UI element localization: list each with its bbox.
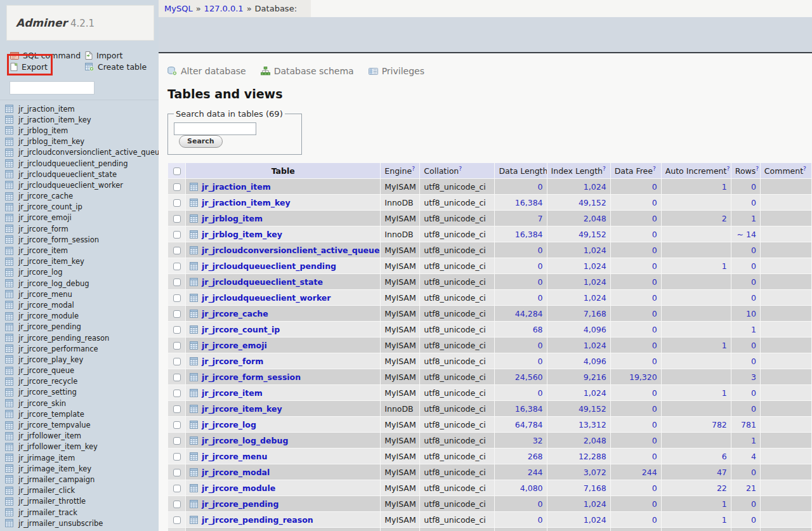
sidebar-item-jr-jrblog-item[interactable]: jr_jrblog_item xyxy=(0,125,159,136)
row-checkbox[interactable] xyxy=(173,358,181,365)
sidebar-item-jr-jrcore-log[interactable]: jr_jrcore_log xyxy=(0,267,159,278)
sidebar-item-jr-jrcore-item[interactable]: jr_jrcore_item xyxy=(0,245,159,256)
sidebar-item-jr-jrcore-pending[interactable]: jr_jrcore_pending xyxy=(0,322,159,332)
row-checkbox[interactable] xyxy=(173,342,181,350)
sidebar-item-jr-jrcore-modal[interactable]: jr_jrcore_modal xyxy=(0,299,159,310)
sidebar-item-jr-jrcore-recycle[interactable]: jr_jrcore_recycle xyxy=(0,376,159,387)
sidebar-item-jr-jraction-item[interactable]: jr_jraction_item xyxy=(0,103,159,114)
sidebar-link-create-table[interactable]: Create table xyxy=(85,62,151,72)
sidebar-item-jr-jrcore-menu[interactable]: jr_jrcore_menu xyxy=(0,289,159,299)
table-link-jr-jrcore-item-key[interactable]: jr_jrcore_item_key xyxy=(202,404,282,414)
sidebar-item-jr-jrcore-skin[interactable]: jr_jrcore_skin xyxy=(0,398,159,409)
sidebar-item-jr-jrcore-log-debug[interactable]: jr_jrcore_log_debug xyxy=(0,278,159,289)
sidebar-item-jr-jrcloudconversionclient-active-queue[interactable]: jr_jrcloudconversionclient_active_queue xyxy=(0,147,159,158)
table-link-jr-jrblog-item-key[interactable]: jr_jrblog_item_key xyxy=(202,230,282,239)
sidebar-item-jr-jrcore-module[interactable]: jr_jrcore_module xyxy=(0,311,159,322)
sidebar-item-jr-jrcloudqueueclient-state[interactable]: jr_jrcloudqueueclient_state xyxy=(0,169,159,180)
row-checkbox[interactable] xyxy=(173,453,181,461)
table-link-jr-jrcore-modal[interactable]: jr_jrcore_modal xyxy=(202,468,270,477)
breadcrumb-link-mysql[interactable]: MySQL xyxy=(164,4,193,13)
table-link-jr-jrcore-cache[interactable]: jr_jrcore_cache xyxy=(202,309,268,318)
table-link-jr-jrcore-form-session[interactable]: jr_jrcore_form_session xyxy=(202,372,301,382)
table-link-jr-jrcore-form[interactable]: jr_jrcore_form xyxy=(202,357,263,366)
sidebar-item-jr-jrmailer-unsubscribe[interactable]: jr_jrmailer_unsubscribe xyxy=(0,518,159,528)
table-link-jr-jrcore-module[interactable]: jr_jrcore_module xyxy=(202,483,275,493)
sidebar-link-sql-command[interactable]: SQL command xyxy=(10,51,85,60)
table-link-jr-jrcore-pending[interactable]: jr_jrcore_pending xyxy=(202,499,278,509)
table-link-jr-jrcore-menu[interactable]: jr_jrcore_menu xyxy=(202,452,267,461)
sidebar-item-jr-jrcore-pending-reason[interactable]: jr_jrcore_pending_reason xyxy=(0,332,159,343)
sidebar-item-jr-jrfollower-item-key[interactable]: jr_jrfollower_item_key xyxy=(0,442,159,452)
help-link[interactable]: ? xyxy=(653,166,656,172)
breadcrumb-link-127.0.0.1[interactable]: 127.0.0.1 xyxy=(204,4,244,13)
sidebar-item-jr-jrcore-cache[interactable]: jr_jrcore_cache xyxy=(0,191,159,202)
sidebar-item-jr-jrcore-queue[interactable]: jr_jrcore_queue xyxy=(0,365,159,376)
help-link[interactable]: ? xyxy=(603,166,606,172)
help-link[interactable]: ? xyxy=(803,166,806,172)
table-link-jr-jrcore-emoji[interactable]: jr_jrcore_emoji xyxy=(202,341,267,350)
sidebar-item-jr-jrcore-item-key[interactable]: jr_jrcore_item_key xyxy=(0,256,159,267)
help-link[interactable]: ? xyxy=(412,166,415,172)
sidebar-item-jr-jrcore-performance[interactable]: jr_jrcore_performance xyxy=(0,343,159,354)
row-checkbox[interactable] xyxy=(173,247,181,254)
sidebar-item-jr-jrcore-form-session[interactable]: jr_jrcore_form_session xyxy=(0,234,159,245)
toolbar-link-database-schema[interactable]: Database schema xyxy=(261,66,354,76)
table-link-jr-jrcore-log-debug[interactable]: jr_jrcore_log_debug xyxy=(202,436,288,445)
row-checkbox[interactable] xyxy=(173,390,181,397)
sidebar-item-jr-jrfollower-item[interactable]: jr_jrfollower_item xyxy=(0,431,159,442)
help-link[interactable]: ? xyxy=(756,166,759,172)
select-all-checkbox[interactable] xyxy=(173,167,181,175)
table-link-jr-jrcloudqueueclient-worker[interactable]: jr_jrcloudqueueclient_worker xyxy=(202,293,331,303)
row-checkbox[interactable] xyxy=(173,310,181,318)
row-checkbox[interactable] xyxy=(173,215,181,223)
sidebar-link-export[interactable]: Export xyxy=(10,62,85,72)
table-link-jr-jrcloudqueueclient-pending[interactable]: jr_jrcloudqueueclient_pending xyxy=(202,261,336,271)
table-link-jr-jraction-item[interactable]: jr_jraction_item xyxy=(202,182,271,192)
sidebar-item-jr-jrcore-tempvalue[interactable]: jr_jrcore_tempvalue xyxy=(0,419,159,430)
row-checkbox[interactable] xyxy=(173,183,181,191)
row-checkbox[interactable] xyxy=(173,231,181,239)
row-checkbox[interactable] xyxy=(173,326,181,334)
sidebar-item-jr-jrmailer-track[interactable]: jr_jrmailer_track xyxy=(0,507,159,518)
row-checkbox[interactable] xyxy=(173,421,181,429)
sidebar-item-jr-jraction-item-key[interactable]: jr_jraction_item_key xyxy=(0,114,159,125)
sidebar-item-jr-jrcore-count-ip[interactable]: jr_jrcore_count_ip xyxy=(0,202,159,213)
row-checkbox[interactable] xyxy=(173,199,181,207)
toolbar-link-privileges[interactable]: Privileges xyxy=(369,66,424,76)
search-button[interactable]: Search xyxy=(179,135,223,148)
sidebar-item-jr-jrblog-item-key[interactable]: jr_jrblog_item_key xyxy=(0,136,159,147)
table-link-jr-jrcore-pending-reason[interactable]: jr_jrcore_pending_reason xyxy=(202,515,313,525)
database-input[interactable] xyxy=(10,81,95,95)
toolbar-link-alter-database[interactable]: Alter database xyxy=(167,66,246,76)
row-checkbox[interactable] xyxy=(173,516,181,524)
sidebar-item-jr-jrcore-template[interactable]: jr_jrcore_template xyxy=(0,409,159,419)
sidebar-item-jr-jrcloudqueueclient-worker[interactable]: jr_jrcloudqueueclient_worker xyxy=(0,180,159,190)
row-checkbox[interactable] xyxy=(173,485,181,492)
table-link-jr-jrcore-item[interactable]: jr_jrcore_item xyxy=(202,388,263,398)
table-link-jr-jrcloudconversionclient-active-queue[interactable]: jr_jrcloudconversionclient_active_queue xyxy=(202,246,379,255)
row-checkbox[interactable] xyxy=(173,405,181,413)
sidebar-item-jr-jrcore-play-key[interactable]: jr_jrcore_play_key xyxy=(0,354,159,365)
row-checkbox[interactable] xyxy=(173,279,181,286)
row-checkbox[interactable] xyxy=(173,469,181,476)
sidebar-item-jr-jrimage-item[interactable]: jr_jrimage_item xyxy=(0,452,159,463)
sidebar-item-jr-jrimage-item-key[interactable]: jr_jrimage_item_key xyxy=(0,463,159,474)
sidebar-item-jr-jrcloudqueueclient-pending[interactable]: jr_jrcloudqueueclient_pending xyxy=(0,158,159,169)
sidebar-link-import[interactable]: Import xyxy=(85,51,151,60)
table-link-jr-jrcloudqueueclient-state[interactable]: jr_jrcloudqueueclient_state xyxy=(202,277,323,287)
help-link[interactable]: ? xyxy=(726,166,730,172)
sidebar-item-jr-jrcore-form[interactable]: jr_jrcore_form xyxy=(0,223,159,234)
row-checkbox[interactable] xyxy=(173,501,181,508)
help-link[interactable]: ? xyxy=(459,166,462,172)
sidebar-item-jr-jrcore-setting[interactable]: jr_jrcore_setting xyxy=(0,387,159,398)
row-checkbox[interactable] xyxy=(173,294,181,302)
search-input[interactable] xyxy=(174,122,256,135)
table-link-jr-jraction-item-key[interactable]: jr_jraction_item_key xyxy=(202,198,291,207)
sidebar-item-jr-jrmailer-throttle[interactable]: jr_jrmailer_throttle xyxy=(0,496,159,507)
table-link-jr-jrblog-item[interactable]: jr_jrblog_item xyxy=(202,214,263,223)
sidebar-item-jr-jrmailer-campaign[interactable]: jr_jrmailer_campaign xyxy=(0,474,159,485)
table-link-jr-jrcore-log[interactable]: jr_jrcore_log xyxy=(202,420,256,429)
row-checkbox[interactable] xyxy=(173,263,181,270)
sidebar-item-jr-jrcore-emoji[interactable]: jr_jrcore_emoji xyxy=(0,213,159,223)
sidebar-item-jr-jrmailer-click[interactable]: jr_jrmailer_click xyxy=(0,485,159,496)
